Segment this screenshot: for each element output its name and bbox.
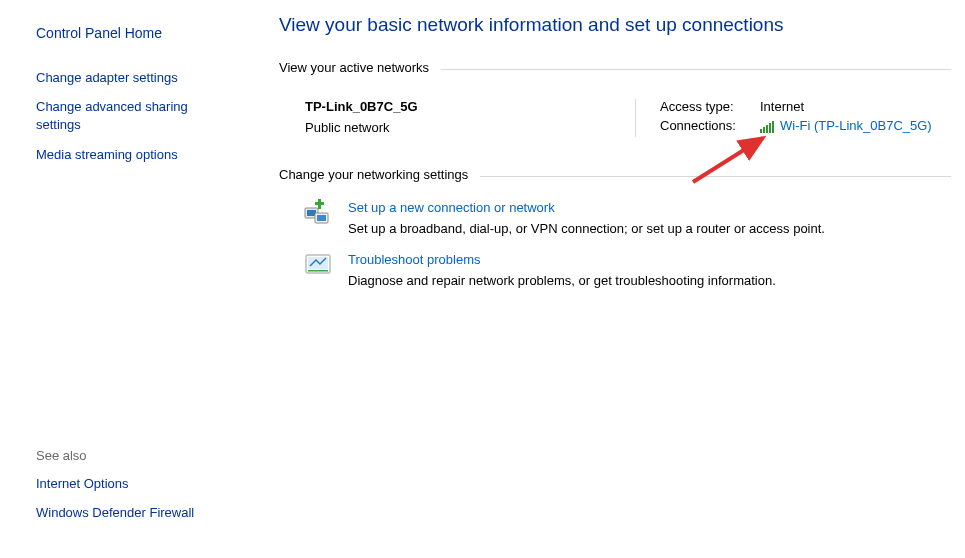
setup-connection-icon	[304, 198, 334, 228]
change-adapter-settings-link[interactable]: Change adapter settings	[36, 69, 235, 87]
svg-rect-8	[308, 270, 328, 272]
divider	[480, 176, 951, 177]
internet-options-link[interactable]: Internet Options	[36, 475, 129, 493]
change-settings-label: Change your networking settings	[279, 167, 480, 182]
sidebar: Control Panel Home Change adapter settin…	[0, 0, 255, 558]
svg-rect-5	[315, 202, 324, 205]
control-panel-home-link[interactable]: Control Panel Home	[36, 24, 235, 43]
wifi-connection-link[interactable]: Wi-Fi (TP-Link_0B7C_5G)	[780, 118, 932, 133]
change-settings-header: Change your networking settings	[279, 167, 951, 182]
active-networks-header: View your active networks	[279, 60, 951, 75]
main-content: View your basic network information and …	[255, 0, 965, 558]
svg-rect-3	[317, 215, 326, 221]
network-type: Public network	[305, 120, 635, 135]
network-details: Access type: Internet Connections: Wi-Fi…	[660, 99, 951, 137]
troubleshoot-icon	[304, 250, 334, 280]
media-streaming-link[interactable]: Media streaming options	[36, 146, 235, 164]
see-also-section: See also Internet Options Windows Defend…	[36, 448, 235, 534]
active-network: TP-Link_0B7C_5G Public network Access ty…	[279, 87, 951, 167]
divider	[441, 69, 951, 70]
troubleshoot-link[interactable]: Troubleshoot problems	[348, 252, 480, 267]
page-title: View your basic network information and …	[279, 14, 951, 36]
troubleshoot-item[interactable]: Troubleshoot problems Diagnose and repai…	[279, 246, 951, 298]
windows-defender-firewall-link[interactable]: Windows Defender Firewall	[36, 504, 194, 522]
setup-connection-link[interactable]: Set up a new connection or network	[348, 200, 555, 215]
active-networks-label: View your active networks	[279, 60, 441, 75]
connections-label: Connections:	[660, 118, 760, 133]
wifi-signal-icon	[760, 121, 774, 133]
access-type-value: Internet	[760, 99, 804, 114]
see-also-label: See also	[36, 448, 235, 463]
network-identity: TP-Link_0B7C_5G Public network	[305, 99, 635, 137]
network-name: TP-Link_0B7C_5G	[305, 99, 635, 114]
access-type-label: Access type:	[660, 99, 760, 114]
troubleshoot-desc: Diagnose and repair network problems, or…	[348, 273, 776, 288]
setup-connection-desc: Set up a broadband, dial-up, or VPN conn…	[348, 221, 825, 236]
setup-connection-item[interactable]: Set up a new connection or network Set u…	[279, 194, 951, 246]
vertical-divider	[635, 99, 636, 137]
change-advanced-sharing-link[interactable]: Change advanced sharing settings	[36, 98, 211, 133]
